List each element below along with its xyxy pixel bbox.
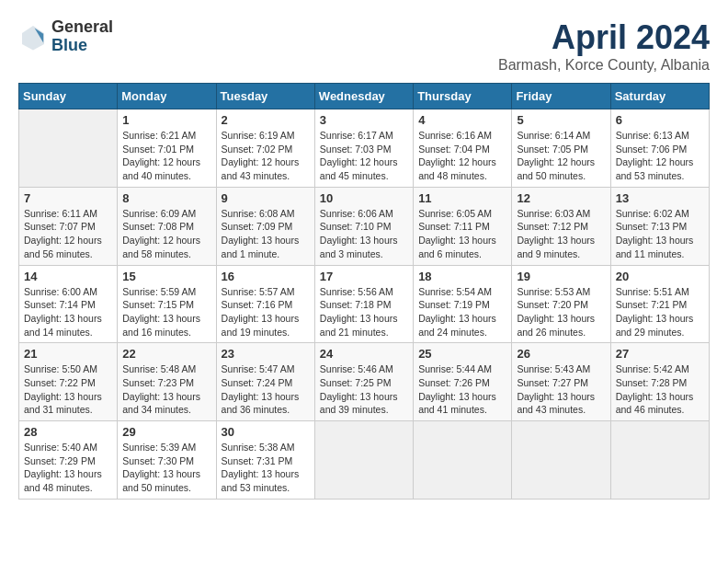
- calendar-cell: [414, 421, 512, 500]
- logo: General Blue: [18, 18, 113, 55]
- calendar-cell: [512, 421, 610, 500]
- calendar-cell: 13Sunrise: 6:02 AM Sunset: 7:13 PM Dayli…: [610, 187, 709, 265]
- calendar-cell: 3Sunrise: 6:17 AM Sunset: 7:03 PM Daylig…: [314, 109, 413, 188]
- day-number: 9: [222, 191, 310, 205]
- day-number: 12: [517, 191, 605, 205]
- column-header-friday: Friday: [512, 84, 610, 109]
- month-year-title: April 2024: [498, 18, 710, 57]
- calendar-week-row: 21Sunrise: 5:50 AM Sunset: 7:22 PM Dayli…: [19, 343, 710, 421]
- day-info: Sunrise: 6:13 AM Sunset: 7:06 PM Dayligh…: [616, 129, 704, 183]
- day-number: 4: [418, 113, 506, 127]
- location-subtitle: Barmash, Korce County, Albania: [498, 57, 710, 74]
- day-info: Sunrise: 6:03 AM Sunset: 7:12 PM Dayligh…: [517, 207, 605, 261]
- column-header-sunday: Sunday: [19, 84, 118, 109]
- calendar-cell: 28Sunrise: 5:40 AM Sunset: 7:29 PM Dayli…: [19, 421, 118, 500]
- day-number: 22: [122, 347, 210, 361]
- day-info: Sunrise: 6:06 AM Sunset: 7:10 PM Dayligh…: [320, 207, 408, 261]
- day-info: Sunrise: 5:46 AM Sunset: 7:25 PM Dayligh…: [320, 362, 408, 417]
- day-number: 16: [222, 270, 310, 283]
- day-number: 29: [122, 425, 210, 439]
- day-number: 14: [24, 270, 112, 283]
- column-header-tuesday: Tuesday: [216, 84, 314, 109]
- day-info: Sunrise: 6:17 AM Sunset: 7:03 PM Dayligh…: [320, 129, 408, 183]
- calendar-header-row: SundayMondayTuesdayWednesdayThursdayFrid…: [19, 84, 710, 109]
- calendar-table: SundayMondayTuesdayWednesdayThursdayFrid…: [18, 83, 710, 500]
- day-number: 13: [616, 191, 704, 205]
- day-info: Sunrise: 6:09 AM Sunset: 7:08 PM Dayligh…: [122, 207, 210, 261]
- calendar-cell: 18Sunrise: 5:54 AM Sunset: 7:19 PM Dayli…: [414, 265, 512, 343]
- calendar-cell: 16Sunrise: 5:57 AM Sunset: 7:16 PM Dayli…: [216, 265, 314, 343]
- day-info: Sunrise: 5:40 AM Sunset: 7:29 PM Dayligh…: [24, 441, 112, 495]
- day-info: Sunrise: 6:19 AM Sunset: 7:02 PM Dayligh…: [222, 129, 310, 183]
- day-number: 2: [222, 113, 310, 127]
- day-info: Sunrise: 5:59 AM Sunset: 7:15 PM Dayligh…: [122, 285, 210, 339]
- day-number: 8: [122, 191, 210, 205]
- calendar-cell: 14Sunrise: 6:00 AM Sunset: 7:14 PM Dayli…: [19, 265, 118, 343]
- calendar-cell: 21Sunrise: 5:50 AM Sunset: 7:22 PM Dayli…: [19, 343, 118, 421]
- calendar-cell: [19, 109, 118, 188]
- calendar-cell: 17Sunrise: 5:56 AM Sunset: 7:18 PM Dayli…: [314, 265, 413, 343]
- day-info: Sunrise: 5:56 AM Sunset: 7:18 PM Dayligh…: [320, 285, 408, 339]
- day-number: 28: [24, 425, 112, 439]
- calendar-cell: 23Sunrise: 5:47 AM Sunset: 7:24 PM Dayli…: [216, 343, 314, 421]
- calendar-cell: 19Sunrise: 5:53 AM Sunset: 7:20 PM Dayli…: [512, 265, 610, 343]
- calendar-cell: 12Sunrise: 6:03 AM Sunset: 7:12 PM Dayli…: [512, 187, 610, 265]
- day-number: 18: [418, 270, 506, 283]
- day-number: 24: [320, 347, 408, 361]
- day-number: 26: [517, 347, 605, 361]
- day-number: 6: [616, 113, 704, 127]
- calendar-cell: 27Sunrise: 5:42 AM Sunset: 7:28 PM Dayli…: [610, 343, 709, 421]
- day-number: 19: [517, 270, 605, 283]
- day-info: Sunrise: 5:51 AM Sunset: 7:21 PM Dayligh…: [616, 285, 704, 339]
- calendar-cell: 26Sunrise: 5:43 AM Sunset: 7:27 PM Dayli…: [512, 343, 610, 421]
- day-number: 3: [320, 113, 408, 127]
- day-info: Sunrise: 5:43 AM Sunset: 7:27 PM Dayligh…: [517, 362, 605, 417]
- day-number: 1: [122, 113, 210, 127]
- calendar-cell: 7Sunrise: 6:11 AM Sunset: 7:07 PM Daylig…: [19, 187, 118, 265]
- day-info: Sunrise: 5:42 AM Sunset: 7:28 PM Dayligh…: [616, 362, 704, 417]
- day-number: 23: [222, 347, 310, 361]
- day-info: Sunrise: 5:47 AM Sunset: 7:24 PM Dayligh…: [222, 362, 310, 417]
- day-info: Sunrise: 6:16 AM Sunset: 7:04 PM Dayligh…: [418, 129, 506, 183]
- calendar-cell: 25Sunrise: 5:44 AM Sunset: 7:26 PM Dayli…: [414, 343, 512, 421]
- calendar-cell: 15Sunrise: 5:59 AM Sunset: 7:15 PM Dayli…: [118, 265, 216, 343]
- calendar-cell: 10Sunrise: 6:06 AM Sunset: 7:10 PM Dayli…: [314, 187, 413, 265]
- day-number: 21: [24, 347, 112, 361]
- calendar-cell: 24Sunrise: 5:46 AM Sunset: 7:25 PM Dayli…: [314, 343, 413, 421]
- column-header-saturday: Saturday: [610, 84, 709, 109]
- day-number: 5: [517, 113, 605, 127]
- logo-icon: [18, 22, 48, 52]
- day-info: Sunrise: 6:00 AM Sunset: 7:14 PM Dayligh…: [24, 285, 112, 339]
- day-info: Sunrise: 6:05 AM Sunset: 7:11 PM Dayligh…: [418, 207, 506, 261]
- calendar-cell: 9Sunrise: 6:08 AM Sunset: 7:09 PM Daylig…: [216, 187, 314, 265]
- calendar-cell: 11Sunrise: 6:05 AM Sunset: 7:11 PM Dayli…: [414, 187, 512, 265]
- calendar-week-row: 1Sunrise: 6:21 AM Sunset: 7:01 PM Daylig…: [19, 109, 710, 188]
- day-info: Sunrise: 5:54 AM Sunset: 7:19 PM Dayligh…: [418, 285, 506, 339]
- day-info: Sunrise: 5:57 AM Sunset: 7:16 PM Dayligh…: [222, 285, 310, 339]
- day-info: Sunrise: 6:08 AM Sunset: 7:09 PM Dayligh…: [222, 207, 310, 261]
- day-info: Sunrise: 5:38 AM Sunset: 7:31 PM Dayligh…: [222, 441, 310, 495]
- column-header-thursday: Thursday: [414, 84, 512, 109]
- day-info: Sunrise: 6:14 AM Sunset: 7:05 PM Dayligh…: [517, 129, 605, 183]
- calendar-cell: [610, 421, 709, 500]
- day-info: Sunrise: 6:11 AM Sunset: 7:07 PM Dayligh…: [24, 207, 112, 261]
- logo-general: General: [51, 18, 113, 37]
- day-number: 30: [222, 425, 310, 439]
- day-info: Sunrise: 5:44 AM Sunset: 7:26 PM Dayligh…: [418, 362, 506, 417]
- calendar-cell: [314, 421, 413, 500]
- calendar-cell: 1Sunrise: 6:21 AM Sunset: 7:01 PM Daylig…: [118, 109, 216, 188]
- calendar-cell: 29Sunrise: 5:39 AM Sunset: 7:30 PM Dayli…: [118, 421, 216, 500]
- logo-blue: Blue: [51, 37, 113, 55]
- calendar-cell: 6Sunrise: 6:13 AM Sunset: 7:06 PM Daylig…: [610, 109, 709, 188]
- column-header-monday: Monday: [118, 84, 216, 109]
- calendar-cell: 2Sunrise: 6:19 AM Sunset: 7:02 PM Daylig…: [216, 109, 314, 188]
- day-number: 11: [418, 191, 506, 205]
- day-info: Sunrise: 5:50 AM Sunset: 7:22 PM Dayligh…: [24, 362, 112, 417]
- day-number: 25: [418, 347, 506, 361]
- calendar-cell: 20Sunrise: 5:51 AM Sunset: 7:21 PM Dayli…: [610, 265, 709, 343]
- page-header: General Blue April 2024 Barmash, Korce C…: [18, 18, 710, 74]
- calendar-week-row: 14Sunrise: 6:00 AM Sunset: 7:14 PM Dayli…: [19, 265, 710, 343]
- day-info: Sunrise: 5:53 AM Sunset: 7:20 PM Dayligh…: [517, 285, 605, 339]
- day-info: Sunrise: 5:39 AM Sunset: 7:30 PM Dayligh…: [122, 441, 210, 495]
- day-number: 15: [122, 270, 210, 283]
